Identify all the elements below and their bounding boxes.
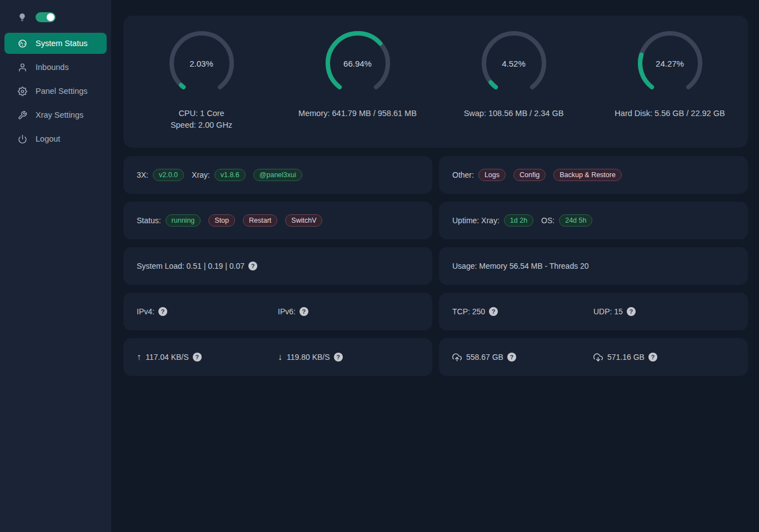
resource-gauges-card: 2.03%CPU: 1 CoreSpeed: 2.00 GHz66.94%Mem… (123, 16, 748, 148)
network-speed-card: ↑ 117.04 KB/S ? ↓ 119.80 KB/S ? (123, 338, 432, 376)
backup-restore-button[interactable]: Backup & Restore (553, 169, 622, 181)
help-icon[interactable]: ? (507, 353, 516, 362)
gauge-caption: Hard Disk: 5.56 GB / 22.92 GB (615, 108, 725, 119)
help-icon[interactable]: ? (158, 307, 167, 316)
usage-text: Usage: Memory 56.54 MB - Threads 20 (452, 262, 589, 270)
gauge-caption: Swap: 108.56 MB / 2.34 GB (464, 108, 564, 119)
help-icon[interactable]: ? (648, 353, 657, 362)
uptime-card: Uptime: Xray: 1d 2h OS: 24d 5h (439, 202, 748, 239)
3x-label: 3X: (137, 170, 148, 179)
tcp-count-text: TCP: 250 (452, 307, 485, 316)
sidebar-item-system-status[interactable]: System Status (4, 33, 107, 54)
arrow-up-icon: ↑ (137, 352, 141, 362)
gauge-caption: CPU: 1 CoreSpeed: 2.00 GHz (171, 108, 232, 131)
main-content: 2.03%CPU: 1 CoreSpeed: 2.00 GHz66.94%Mem… (111, 0, 759, 532)
connections-card: TCP: 250 ? UDP: 15 ? (439, 293, 748, 330)
theme-row (0, 9, 111, 30)
sidebar-item-logout[interactable]: Logout (4, 128, 107, 149)
gauge-swap: 4.52%Swap: 108.56 MB / 2.34 GB (436, 30, 592, 131)
gauge-caption-line: Hard Disk: 5.56 GB / 22.92 GB (615, 108, 725, 119)
ipv6-label: IPv6: (278, 307, 296, 316)
sidebar-item-label: Logout (36, 134, 60, 143)
help-icon[interactable]: ? (489, 307, 498, 316)
other-links-card: Other: Logs Config Backup & Restore (439, 156, 748, 194)
sidebar-item-panel-settings[interactable]: Panel Settings (4, 81, 107, 102)
gear-icon (18, 87, 27, 96)
status-running-badge: running (166, 214, 201, 227)
sidebar-menu: System StatusInboundsPanel SettingsXray … (0, 33, 111, 149)
gauge-caption: Memory: 641.79 MB / 958.61 MB (298, 108, 417, 119)
gauge-caption-line: Memory: 641.79 MB / 958.61 MB (298, 108, 417, 119)
sidebar-item-label: Panel Settings (36, 87, 88, 96)
system-load-text: System Load: 0.51 | 0.19 | 0.07 (137, 262, 244, 270)
gauge-disk: 24.27%Hard Disk: 5.56 GB / 22.92 GB (592, 30, 748, 131)
theme-toggle[interactable] (36, 12, 56, 22)
ip-card: IPv4: ? IPv6: ? (123, 293, 432, 330)
help-icon[interactable]: ? (193, 353, 202, 362)
gauge-percent-label: 66.94% (324, 30, 391, 97)
sidebar-item-inbounds[interactable]: Inbounds (4, 57, 107, 78)
logs-button[interactable]: Logs (478, 169, 506, 181)
network-total-card: 558.67 GB ? 571.16 GB ? (439, 338, 748, 376)
lightbulb-icon (18, 13, 27, 22)
uptime-xray-label: Uptime: Xray: (452, 216, 500, 225)
os-uptime-badge: 24d 5h (559, 214, 592, 227)
help-icon[interactable]: ? (248, 262, 257, 270)
os-label: OS: (541, 216, 555, 225)
sidebar-item-label: System Status (36, 39, 87, 48)
gauge-percent-label: 2.03% (168, 30, 235, 97)
gauge-caption-line: Speed: 2.00 GHz (171, 119, 232, 131)
info-rows: 3X: v2.0.0 Xray: v1.8.6 @panel3xui Other… (123, 156, 748, 376)
config-button[interactable]: Config (513, 169, 546, 181)
sidebar-item-label: Xray Settings (36, 111, 83, 119)
gauge-row: 2.03%CPU: 1 CoreSpeed: 2.00 GHz66.94%Mem… (123, 30, 748, 131)
gauge-caption-line: Swap: 108.56 MB / 2.34 GB (464, 108, 564, 119)
switch-version-button[interactable]: SwitchV (285, 214, 322, 227)
gauge-memory: 66.94%Memory: 641.79 MB / 958.61 MB (279, 30, 436, 131)
help-icon[interactable]: ? (627, 307, 636, 316)
cloud-upload-icon (452, 353, 462, 362)
xray-status-card: Status: running Stop Restart SwitchV (123, 202, 432, 239)
sidebar-item-xray-settings[interactable]: Xray Settings (4, 104, 107, 126)
total-upload-text: 558.67 GB (466, 353, 503, 362)
restart-button[interactable]: Restart (243, 214, 277, 227)
download-speed-text: 119.80 KB/S (287, 353, 330, 362)
xray-label: Xray: (192, 170, 210, 179)
cloud-download-icon (593, 353, 603, 362)
ipv4-label: IPv4: (137, 307, 154, 316)
stop-button[interactable]: Stop (208, 214, 235, 227)
3x-version-pill[interactable]: v2.0.0 (153, 169, 184, 181)
upload-speed-text: 117.04 KB/S (146, 353, 189, 362)
help-icon[interactable]: ? (334, 353, 343, 362)
usage-card: Usage: Memory 56.54 MB - Threads 20 (439, 247, 748, 285)
sidebar: System StatusInboundsPanel SettingsXray … (0, 0, 111, 532)
status-label: Status: (137, 216, 161, 225)
total-download-text: 571.16 GB (607, 353, 645, 362)
gauge-cpu: 2.03%CPU: 1 CoreSpeed: 2.00 GHz (123, 30, 279, 131)
gauge-percent-label: 24.27% (637, 30, 703, 97)
gauge-caption-line: CPU: 1 Core (171, 108, 232, 119)
help-icon[interactable]: ? (299, 307, 308, 316)
xray-version-pill[interactable]: v1.8.6 (214, 169, 246, 181)
user-icon (18, 63, 27, 72)
sidebar-item-label: Inbounds (36, 63, 69, 72)
arrow-down-icon: ↓ (278, 352, 282, 362)
system-load-card: System Load: 0.51 | 0.19 | 0.07 ? (123, 247, 432, 285)
wrench-icon (18, 111, 27, 120)
gauge-percent-label: 4.52% (481, 30, 547, 97)
other-label: Other: (452, 170, 474, 179)
theme-toggle-knob (47, 13, 54, 21)
udp-count-text: UDP: 15 (593, 307, 623, 316)
telegram-pill[interactable]: @panel3xui (253, 169, 302, 181)
xray-uptime-badge: 1d 2h (504, 214, 533, 227)
version-card: 3X: v2.0.0 Xray: v1.8.6 @panel3xui (123, 156, 432, 194)
dashboard-icon (18, 39, 27, 48)
logout-icon (18, 134, 27, 144)
